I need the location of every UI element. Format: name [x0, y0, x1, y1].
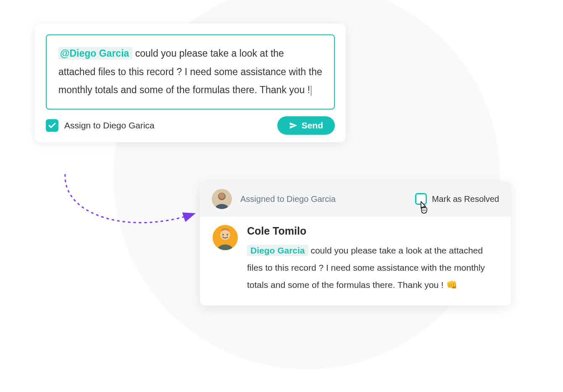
compose-footer: Assign to Diego Garica Send — [46, 116, 335, 135]
author-name: Cole Tomilo — [247, 225, 498, 237]
compose-card: @Diego Garcia could you please take a lo… — [35, 24, 346, 142]
resolve-wrap[interactable]: Mark as Resolved — [415, 193, 499, 205]
cursor-pointer-icon — [418, 201, 430, 217]
author-avatar — [213, 225, 238, 250]
comment-text: Diego Garcia could you please take a loo… — [247, 242, 498, 294]
send-label: Send — [302, 120, 323, 131]
comment-header: Assigned to Diego Garcia Mark as Resolve… — [200, 181, 511, 217]
comment-content: Cole Tomilo Diego Garcia could you pleas… — [247, 225, 498, 294]
assign-checkbox-wrap[interactable]: Assign to Diego Garica — [46, 119, 155, 132]
comment-body: Cole Tomilo Diego Garcia could you pleas… — [200, 217, 511, 306]
mention-chip[interactable]: @Diego Garcia — [58, 47, 132, 60]
svg-point-9 — [223, 234, 224, 235]
assignee-avatar — [212, 189, 232, 209]
flow-arrow — [55, 166, 206, 241]
send-button[interactable]: Send — [277, 116, 335, 135]
compose-textarea[interactable]: @Diego Garcia could you please take a lo… — [46, 34, 335, 110]
assign-checkbox[interactable] — [46, 119, 58, 132]
comment-mention[interactable]: Diego Garcia — [247, 245, 308, 256]
assign-label: Assign to Diego Garica — [64, 120, 155, 131]
comment-card: Assigned to Diego Garcia Mark as Resolve… — [200, 181, 511, 306]
svg-point-10 — [227, 234, 228, 235]
svg-point-3 — [219, 193, 225, 199]
resolve-label: Mark as Resolved — [432, 194, 499, 204]
check-icon — [48, 123, 56, 128]
svg-point-8 — [220, 230, 230, 240]
assigned-to-label: Assigned to Diego Garcia — [240, 194, 336, 204]
send-icon — [289, 121, 297, 130]
text-cursor — [311, 86, 311, 96]
